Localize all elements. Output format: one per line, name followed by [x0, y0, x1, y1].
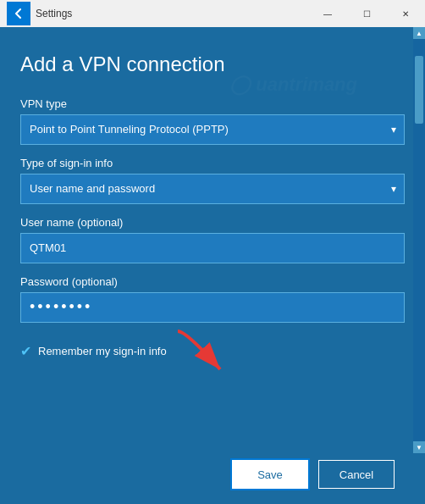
page-title: Add a VPN connection: [20, 53, 405, 77]
vpn-type-wrapper: Point to Point Tunneling Protocol (PPTP)…: [20, 114, 405, 145]
sign-in-type-wrapper: User name and password ▾: [20, 174, 405, 204]
username-label: User name (optional): [20, 216, 405, 229]
settings-window: Settings — ☐ ✕ ◯ uantrimang Add a VPN co…: [0, 0, 425, 504]
remember-row: ✔ Remember my sign-in info: [20, 343, 405, 359]
username-section: User name (optional): [20, 216, 405, 263]
footer: Save Cancel: [0, 453, 425, 504]
vpn-type-select[interactable]: Point to Point Tunneling Protocol (PPTP): [20, 114, 405, 145]
scrollbar-up-arrow[interactable]: ▲: [413, 27, 425, 39]
sign-in-type-section: Type of sign-in info User name and passw…: [20, 157, 405, 204]
sign-in-type-select[interactable]: User name and password: [20, 174, 405, 204]
vpn-type-label: VPN type: [20, 97, 405, 110]
close-button[interactable]: ✕: [386, 0, 425, 27]
cancel-button[interactable]: Cancel: [318, 460, 395, 489]
checkmark-icon: ✔: [20, 343, 31, 359]
restore-button[interactable]: ☐: [347, 0, 386, 27]
password-input[interactable]: [20, 292, 405, 323]
window-controls: — ☐ ✕: [308, 0, 425, 27]
sign-in-type-label: Type of sign-in info: [20, 157, 405, 169]
minimize-button[interactable]: —: [308, 0, 347, 27]
back-button[interactable]: [7, 2, 30, 25]
remember-label: Remember my sign-in info: [38, 345, 167, 357]
scrollbar-thumb[interactable]: [415, 56, 423, 124]
content-area: ◯ uantrimang Add a VPN connection VPN ty…: [0, 27, 425, 453]
username-input[interactable]: [20, 233, 405, 263]
titlebar: Settings — ☐ ✕: [0, 0, 425, 27]
password-label: Password (optional): [20, 275, 405, 288]
scrollbar-down-arrow[interactable]: ▼: [413, 441, 425, 453]
password-section: Password (optional): [20, 275, 405, 323]
vpn-type-section: VPN type Point to Point Tunneling Protoc…: [20, 97, 405, 145]
window-title: Settings: [36, 8, 308, 19]
scrollbar[interactable]: ▲ ▼: [413, 27, 425, 453]
save-button[interactable]: Save: [232, 460, 308, 489]
